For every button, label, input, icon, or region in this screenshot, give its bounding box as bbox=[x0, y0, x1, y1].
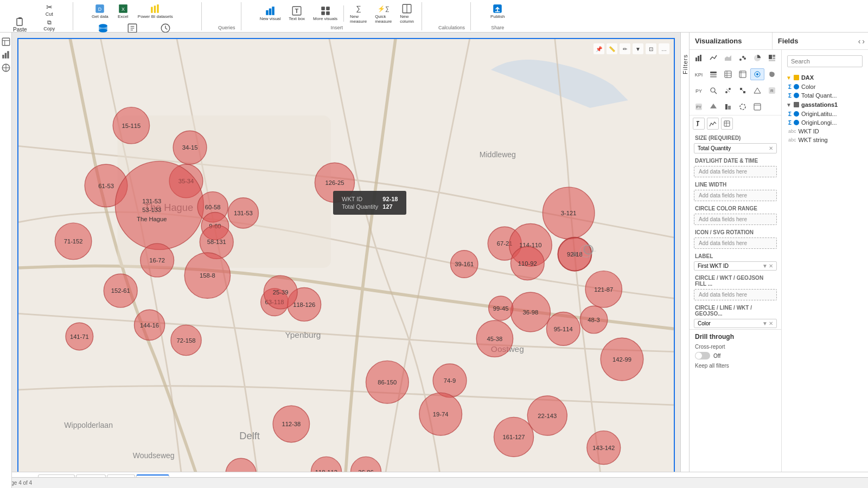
map-pencil-control[interactable]: ✏ bbox=[620, 43, 630, 54]
svg-rect-184 bbox=[739, 71, 746, 78]
new-visual-button[interactable]: New visual bbox=[257, 4, 284, 22]
svg-rect-212 bbox=[725, 104, 727, 110]
circle-line-dropdown-well[interactable]: Color ▼ ✕ bbox=[694, 319, 777, 328]
viz-slicer[interactable] bbox=[706, 68, 720, 80]
text-box-button[interactable]: T Text box bbox=[285, 4, 308, 22]
svg-rect-170 bbox=[773, 57, 775, 59]
svg-rect-178 bbox=[710, 74, 717, 75]
field-item-wkt-string[interactable]: abc WKT string bbox=[784, 136, 866, 144]
new-measure-button[interactable]: ∑ Newmeasure bbox=[347, 2, 370, 25]
svg-text:142-99: 142-99 bbox=[612, 356, 631, 363]
sidebar-icon-2[interactable] bbox=[1, 50, 11, 60]
svg-rect-215 bbox=[754, 104, 761, 110]
filters-label[interactable]: Filters bbox=[682, 54, 688, 74]
viz-kpi[interactable]: KPI bbox=[692, 68, 706, 80]
map-pin-control[interactable]: 📌 bbox=[593, 43, 604, 54]
new-column-button[interactable]: Newcolumn bbox=[397, 2, 417, 25]
viz-table[interactable] bbox=[721, 68, 735, 80]
toggle-knob bbox=[695, 352, 702, 359]
field-item-total-quantity[interactable]: Σ Total Quant... bbox=[784, 91, 866, 100]
svg-rect-177 bbox=[710, 72, 717, 73]
wkt-id-abc-icon: abc bbox=[788, 129, 796, 134]
get-data-button[interactable]: D Get data bbox=[88, 2, 112, 20]
viz-treemap[interactable] bbox=[765, 52, 779, 64]
line-width-field-well[interactable]: Add data fields here bbox=[694, 190, 777, 201]
svg-rect-160 bbox=[695, 57, 697, 61]
svg-text:The Hague: The Hague bbox=[137, 216, 167, 222]
calculations-label: Calculations bbox=[438, 25, 465, 30]
sidebar-icon-1[interactable] bbox=[1, 37, 11, 47]
field-item-origin-lat[interactable]: Σ OriginLatitu... bbox=[784, 110, 866, 118]
viz-filled-map[interactable] bbox=[765, 68, 779, 80]
icon-svg-field-well[interactable]: Add data fields here bbox=[694, 237, 777, 249]
viz-pie-chart[interactable] bbox=[750, 52, 764, 64]
label-dropdown-remove[interactable]: ▼ ✕ bbox=[762, 263, 773, 269]
field-group-dax-header[interactable]: ▼ DAX bbox=[784, 73, 866, 82]
viz-extra1[interactable] bbox=[721, 85, 735, 97]
size-field-remove[interactable]: ✕ bbox=[769, 145, 773, 151]
viz-matrix[interactable] bbox=[736, 68, 750, 80]
paste-button[interactable]: Paste bbox=[10, 15, 30, 34]
viz-extra2[interactable] bbox=[736, 85, 750, 97]
map-filter-control[interactable]: ▼ bbox=[633, 43, 643, 54]
sidebar-icon-3[interactable] bbox=[1, 63, 11, 73]
powerbi-datasets-button[interactable]: Power BI datasets bbox=[135, 2, 176, 20]
viz-analytics[interactable] bbox=[707, 118, 719, 130]
cut-button[interactable]: ✂ Cut bbox=[31, 2, 68, 17]
map-container[interactable]: The Hague Ypenburg Delft Oostweg Berkel … bbox=[17, 38, 675, 483]
viz-map[interactable] bbox=[750, 68, 764, 80]
toolbar-section-data: D Get data X Excel Power BI datasets SQL… bbox=[84, 2, 202, 30]
viz-paint-bucket[interactable] bbox=[693, 118, 705, 130]
map-more-control[interactable]: … bbox=[659, 43, 669, 54]
viz-icon-r1[interactable]: PY bbox=[692, 101, 706, 113]
publish-button[interactable]: Publish bbox=[487, 2, 508, 23]
svg-text:22-143: 22-143 bbox=[538, 413, 557, 419]
fields-search-input[interactable] bbox=[787, 55, 863, 67]
viz-search[interactable] bbox=[706, 85, 720, 97]
size-field-well[interactable]: Total Quantity ✕ bbox=[694, 143, 777, 153]
cross-report-toggle[interactable] bbox=[695, 352, 710, 359]
viz-bar-chart[interactable] bbox=[692, 52, 706, 64]
map-focus-control[interactable]: ⊡ bbox=[646, 43, 656, 54]
svg-text:131-53: 131-53 bbox=[234, 210, 253, 216]
svg-rect-219 bbox=[724, 121, 730, 126]
viz-icon-r2[interactable] bbox=[706, 101, 720, 113]
field-group-gasstations-header[interactable]: ▼ gasstations1 bbox=[784, 100, 866, 110]
svg-text:86-150: 86-150 bbox=[378, 379, 397, 386]
circle-wkt-section-header: Circle / WKT / GeoJSON Fill ... bbox=[690, 272, 781, 288]
viz-icon-r3[interactable] bbox=[721, 101, 735, 113]
viz-extra4[interactable]: R bbox=[765, 85, 779, 97]
filters-sidebar[interactable]: Filters bbox=[680, 33, 689, 488]
svg-rect-218 bbox=[697, 121, 699, 122]
svg-rect-1 bbox=[18, 17, 22, 19]
copy-button[interactable]: ⧉ Copy bbox=[31, 18, 68, 32]
map-ruler-control[interactable]: 📏 bbox=[607, 43, 617, 54]
viz-py[interactable]: PY bbox=[692, 85, 706, 97]
circle-line-dropdown-remove[interactable]: ▼ ✕ bbox=[762, 320, 773, 326]
svg-text:T: T bbox=[295, 8, 299, 14]
panel-nav-left[interactable]: ‹ bbox=[858, 37, 861, 46]
viz-area-chart[interactable] bbox=[721, 52, 735, 64]
viz-icon-r4[interactable] bbox=[736, 101, 750, 113]
more-visuals-button[interactable]: More visuals bbox=[310, 4, 341, 22]
viz-fields-btn[interactable] bbox=[721, 118, 733, 130]
circle-color-field-well[interactable]: Add data fields here bbox=[694, 214, 777, 225]
field-group-gasstations: ▼ gasstations1 Σ OriginLatitu... Σ bbox=[782, 100, 868, 144]
field-item-wkt-id[interactable]: abc WKT ID bbox=[784, 127, 866, 136]
viz-line-chart[interactable] bbox=[706, 52, 720, 64]
daylight-field-well[interactable]: Add data fields here bbox=[694, 166, 777, 177]
field-item-origin-lon[interactable]: Σ OriginLongi... bbox=[784, 118, 866, 127]
field-item-color[interactable]: Σ Color bbox=[784, 82, 866, 91]
color-field-icon bbox=[794, 84, 799, 89]
circle-wkt-field-well[interactable]: Add data fields here bbox=[694, 289, 777, 300]
svg-rect-28 bbox=[326, 11, 330, 15]
panel-nav-right[interactable]: › bbox=[862, 37, 865, 46]
quick-measure-button[interactable]: ⚡∑ Quickmeasure bbox=[372, 2, 395, 25]
field-wells-area: Size (required) Total Quantity ✕ Dayligh… bbox=[690, 132, 781, 488]
viz-extra3[interactable] bbox=[750, 85, 764, 97]
viz-icon-r5[interactable] bbox=[750, 101, 764, 113]
svg-rect-36 bbox=[2, 38, 10, 46]
viz-scatter-chart[interactable] bbox=[736, 52, 750, 64]
excel-button[interactable]: X Excel bbox=[113, 2, 133, 20]
label-dropdown-well[interactable]: First WKT ID ▼ ✕ bbox=[694, 261, 777, 271]
